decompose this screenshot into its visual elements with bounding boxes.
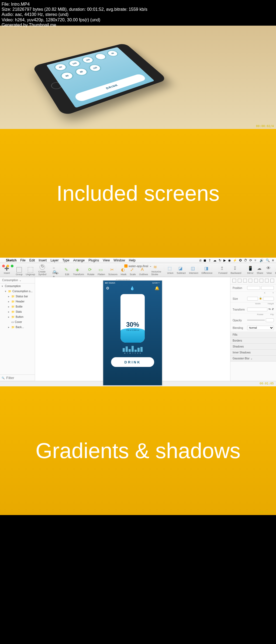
volume-icon[interactable]: 🔊 — [260, 258, 264, 262]
flatten-button[interactable]: ▭Flatten — [96, 267, 106, 276]
menubar-icon[interactable]: ✪ — [239, 258, 242, 262]
layer-item[interactable]: ▸📁Back... — [0, 325, 35, 330]
menubar-icon[interactable]: ⚡ — [233, 258, 237, 262]
thumbnail-frame-2: Included screens 00:00:44 — [0, 129, 276, 258]
outlines-button[interactable]: AOutlines — [138, 267, 149, 276]
menu-list-icon[interactable]: ≡ — [272, 258, 274, 262]
work-area: Consumption⌄ ▾Consumption ▾📁Consumption … — [0, 277, 276, 381]
menu-file[interactable]: File — [20, 258, 25, 262]
opacity-label: Opacity — [233, 319, 246, 322]
artboard-consumption[interactable]: ●●! Sketch 12:34 ᯤ ⚙ 💧 🔔 30% 750 of 2,50… — [103, 280, 162, 386]
menu-help[interactable]: Help — [129, 258, 136, 262]
amount-label: 750 of 2,500 ml — [126, 329, 139, 331]
spotlight-icon[interactable]: 🔍 — [266, 258, 270, 262]
canvas[interactable]: Consumption ●●! Sketch 12:34 ᯤ ⚙ 💧 🔔 30%… — [35, 277, 230, 381]
layer-item[interactable]: ▸📁Status bar — [0, 294, 35, 299]
lock-icon[interactable]: 🔒 — [259, 297, 262, 301]
wifi-icon[interactable]: ᯤ — [254, 258, 257, 262]
opacity-slider[interactable] — [247, 320, 265, 321]
align-right-icon[interactable] — [243, 279, 247, 282]
ungroup-button[interactable]: Ungroup — [25, 267, 36, 276]
group-button[interactable]: Group — [15, 267, 24, 276]
create-symbol-button[interactable]: ↻Create Symbol — [37, 264, 47, 276]
layer-item[interactable]: ▸📁Header — [0, 299, 35, 304]
menubar-icon[interactable]: ⎚ — [199, 258, 201, 262]
search-icon: 🔍 — [2, 377, 5, 379]
edit-button[interactable]: ✎Edit — [63, 267, 71, 276]
union-button[interactable]: ⬚Union — [166, 265, 175, 275]
align-middle-icon[interactable] — [254, 279, 258, 282]
height-field[interactable] — [263, 297, 274, 301]
share-button[interactable]: ☁Share — [256, 265, 264, 275]
document-title[interactable]: water-app-final ⌄ — [124, 264, 152, 268]
align-bottom-icon[interactable] — [260, 279, 263, 282]
rotate-field[interactable] — [247, 308, 267, 311]
menu-layer[interactable]: Layer — [50, 258, 58, 262]
width-field[interactable] — [247, 297, 258, 301]
inner-shadows-section[interactable]: Inner Shadows — [230, 350, 276, 356]
gaussian-blur-section[interactable]: Gaussian Blur ⌄ — [230, 356, 276, 362]
transform-button[interactable]: ◈Transform — [72, 267, 85, 276]
layer-item[interactable]: ▸📁Button — [0, 314, 35, 319]
menubar-icon[interactable]: ☁ — [213, 258, 216, 262]
menubar-icon[interactable]: ↻ — [219, 258, 221, 262]
bubble: 80 — [105, 49, 120, 57]
backward-button[interactable]: ↧Backward — [229, 265, 242, 275]
align-center-icon[interactable] — [238, 279, 242, 282]
macos-menubar: Sketch File Edit Insert Layer Type Arran… — [0, 258, 276, 263]
vectorize-button[interactable]: ≋Vectorize Stroke — [150, 264, 162, 276]
distribute-h-icon[interactable] — [265, 279, 269, 282]
intersect-button[interactable]: ◫Intersect — [188, 265, 199, 275]
app-menu[interactable]: Sketch — [6, 258, 16, 262]
scissors-button[interactable]: ✂Scissors — [107, 267, 119, 276]
align-left-icon[interactable] — [232, 279, 236, 282]
menu-insert[interactable]: Insert — [39, 258, 47, 262]
menubar-icon[interactable]: ◼ — [203, 258, 206, 262]
mirror-button[interactable]: 📱Mirror — [246, 265, 255, 275]
flip-v-icon[interactable]: ⇵ — [272, 308, 274, 311]
menubar-icon[interactable]: ◉ — [228, 258, 231, 262]
maximize-window-button[interactable] — [11, 265, 13, 267]
layer-group[interactable]: ▾📁Consumption s... — [0, 289, 35, 294]
layer-item[interactable]: ▸📁Bottle — [0, 304, 35, 309]
x-field[interactable] — [247, 286, 260, 290]
export-button[interactable]: ⤴Export — [274, 265, 276, 275]
subtract-button[interactable]: ◪Subtract — [175, 265, 187, 275]
menubar-icon[interactable]: ⇧ — [208, 258, 211, 262]
menubar-icon[interactable]: ⟳ — [249, 258, 252, 262]
close-window-button[interactable] — [2, 265, 5, 267]
page-selector[interactable]: Consumption⌄ — [0, 277, 35, 284]
opacity-field[interactable] — [266, 318, 274, 322]
app-statusbar: ●●! Sketch 12:34 ᯤ — [103, 281, 162, 285]
chevron-down-icon: ⌄ — [19, 279, 21, 282]
scale-button[interactable]: ⤢Scale — [129, 267, 137, 276]
menu-type[interactable]: Type — [62, 258, 69, 262]
menubar-icon[interactable]: ▶ — [223, 258, 226, 262]
layer-item[interactable]: ▸📁Stats — [0, 309, 35, 314]
layer-item[interactable]: ▭Cover — [0, 319, 35, 325]
forward-button[interactable]: ↥Forward — [217, 265, 228, 275]
menu-plugins[interactable]: Plugins — [88, 258, 99, 262]
minimize-window-button[interactable] — [6, 265, 9, 267]
layer-artboard[interactable]: ▾Consumption — [0, 284, 35, 289]
mask-button[interactable]: ◐Mask — [120, 267, 128, 276]
distribute-v-icon[interactable] — [270, 279, 274, 282]
menu-arrange[interactable]: Arrange — [73, 258, 85, 262]
borders-section[interactable]: Borders — [230, 338, 276, 344]
rotate-button[interactable]: ⟳Rotate — [86, 267, 96, 276]
zoom-control[interactable]: − 🔍 +100% — [51, 265, 60, 275]
menu-edit[interactable]: Edit — [29, 258, 35, 262]
fills-section[interactable]: Fills — [230, 332, 276, 338]
align-top-icon[interactable] — [249, 279, 252, 282]
shadows-section[interactable]: Shadows — [230, 344, 276, 350]
bubble — [93, 52, 108, 61]
menu-view[interactable]: View — [103, 258, 110, 262]
menubar-icon[interactable]: ⏱ — [244, 258, 247, 262]
slide-title: Gradients & shadows — [36, 439, 240, 463]
view-button[interactable]: 👁View — [265, 265, 273, 275]
blending-select[interactable]: Normal — [247, 326, 274, 330]
difference-button[interactable]: ◨Difference — [201, 265, 214, 275]
flip-h-icon[interactable]: ⇋ — [268, 308, 271, 311]
y-field[interactable] — [261, 286, 274, 290]
menu-window[interactable]: Window — [113, 258, 125, 262]
